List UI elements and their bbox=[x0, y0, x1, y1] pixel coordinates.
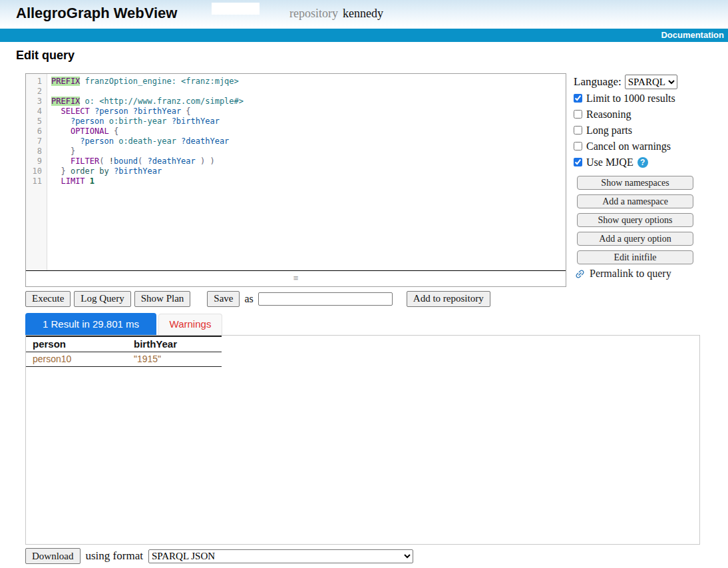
permalink-label: Permalink to query bbox=[590, 268, 671, 280]
token-pl bbox=[51, 127, 71, 136]
nav-item-utilities[interactable]: Utilities bbox=[107, 57, 138, 67]
language-label: Language: bbox=[574, 75, 622, 89]
line-number: 8 bbox=[26, 146, 42, 156]
code-text: LIMIT 1 bbox=[51, 176, 94, 186]
code-line: 4 SELECT ?person ?birthYear { bbox=[26, 107, 566, 117]
table-cell: "1915" bbox=[127, 352, 222, 367]
option-row-use-mjqe: Use MJQE? bbox=[574, 156, 693, 168]
edit-initfile-button[interactable]: Edit initfile bbox=[577, 250, 693, 264]
add-a-namespace-button[interactable]: Add a namespace bbox=[577, 194, 693, 208]
permalink-to-query-link[interactable]: Permalink to query bbox=[574, 268, 671, 280]
show-namespaces-button[interactable]: Show namespaces bbox=[577, 176, 693, 190]
table-cell: person10 bbox=[26, 352, 127, 367]
header: AllegroGraph WebView repositorykennedy bbox=[0, 0, 728, 29]
permalink-icon bbox=[574, 268, 586, 280]
token-br: { bbox=[181, 107, 190, 116]
results-header-row: personbirthYear bbox=[26, 336, 222, 352]
code-line: 1PREFIX franzOption_engine: <franz:mjqe> bbox=[26, 77, 566, 87]
option-label-limit-to-1000-results: Limit to 1000 results bbox=[586, 93, 675, 105]
token-kw: OPTIONAL bbox=[71, 127, 109, 136]
code-text: OPTIONAL { bbox=[51, 127, 118, 136]
token-var: ?person bbox=[94, 107, 128, 116]
token-fn: bound bbox=[114, 156, 138, 166]
token-pn: o: bbox=[80, 97, 99, 106]
save-button[interactable]: Save bbox=[207, 291, 240, 307]
options-checkboxes: Limit to 1000 resultsReasoningLong parts… bbox=[574, 93, 693, 172]
token-pl bbox=[128, 107, 133, 116]
token-var: ?deathYear bbox=[181, 137, 229, 146]
line-number: 5 bbox=[26, 117, 42, 127]
code-line: 7 ?person o:death-year ?deathYear bbox=[26, 137, 566, 146]
code-line: 2 bbox=[26, 87, 566, 97]
token-var: ?person bbox=[71, 117, 104, 126]
option-row-limit-to-1000-results: Limit to 1000 results bbox=[574, 93, 693, 104]
add-to-repository-button[interactable]: Add to repository bbox=[407, 291, 490, 307]
token-num: 1 bbox=[90, 176, 94, 186]
nav-item-documentation[interactable]: Documentation bbox=[661, 29, 724, 42]
checkbox-limit-to-1000-results[interactable] bbox=[574, 94, 582, 103]
results-tabs: 1 Result in 29.801 msWarnings bbox=[25, 313, 222, 335]
token-pl bbox=[109, 166, 114, 176]
checkbox-reasoning[interactable] bbox=[574, 110, 582, 119]
download-button[interactable]: Download bbox=[25, 548, 81, 564]
token-kwhl: PREFIX bbox=[51, 97, 80, 106]
save-name-input[interactable] bbox=[258, 292, 393, 306]
token-var: ?person bbox=[80, 137, 114, 146]
nav-item-user-test[interactable]: User test bbox=[180, 57, 217, 67]
token-iri: <http://www.franz.com/simple#> bbox=[99, 97, 244, 106]
show-query-options-button[interactable]: Show query options bbox=[577, 213, 693, 227]
code-editor-area[interactable]: 1PREFIX franzOption_engine: <franz:mjqe>… bbox=[26, 74, 566, 271]
token-kw: SELECT bbox=[61, 107, 89, 116]
code-text: ?person o:death-year ?deathYear bbox=[51, 137, 229, 146]
checkbox-use-mjqe[interactable] bbox=[574, 158, 582, 166]
language-select[interactable]: SPARQL bbox=[625, 75, 677, 89]
add-a-query-option-button[interactable]: Add a query option bbox=[577, 232, 693, 246]
option-label-use-mjqe: Use MJQE bbox=[586, 156, 634, 168]
help-icon[interactable]: ? bbox=[637, 157, 648, 168]
header-white-box bbox=[212, 3, 260, 15]
token-kw2: order by bbox=[71, 166, 109, 176]
show-plan-button[interactable]: Show Plan bbox=[134, 291, 191, 307]
option-label-cancel-on-warnings: Cancel on warnings bbox=[586, 141, 671, 152]
code-line: 11 LIMIT 1 bbox=[26, 176, 566, 186]
token-kwhl: PREFIX bbox=[51, 77, 80, 86]
code-text: } order by ?birthYear bbox=[51, 166, 162, 176]
token-br: } bbox=[71, 146, 75, 156]
token-op: ! bbox=[109, 156, 114, 166]
action-row: Execute Log Query Show Plan Save as Add … bbox=[25, 290, 490, 307]
code-text: SELECT ?person ?birthYear { bbox=[51, 107, 191, 116]
line-number: 10 bbox=[26, 166, 42, 176]
token-br: { bbox=[109, 127, 118, 136]
repository-name: kennedy bbox=[343, 7, 383, 20]
checkbox-long-parts[interactable] bbox=[574, 126, 582, 135]
line-number: 11 bbox=[26, 176, 42, 186]
code-line: 3PREFIX o: <http://www.franz.com/simple#… bbox=[26, 97, 566, 107]
token-var: ?birthYear bbox=[114, 166, 162, 176]
token-pl bbox=[51, 166, 61, 176]
token-br: } bbox=[61, 166, 70, 176]
tab-results[interactable]: 1 Result in 29.801 ms bbox=[25, 313, 156, 335]
execute-button[interactable]: Execute bbox=[25, 291, 71, 307]
results-table: personbirthYear person10"1915" bbox=[26, 336, 222, 367]
checkbox-cancel-on-warnings[interactable] bbox=[574, 142, 582, 150]
nav-item-admin[interactable]: Admin bbox=[146, 57, 172, 67]
option-row-cancel-on-warnings: Cancel on warnings bbox=[574, 141, 693, 152]
using-format-label: using format bbox=[86, 549, 143, 563]
token-pn: o:death-year bbox=[114, 137, 181, 146]
editor-resize-handle[interactable]: ≡ bbox=[26, 272, 566, 286]
token-br: ( bbox=[138, 156, 147, 166]
token-pn: o:birth-year bbox=[104, 117, 171, 126]
format-select[interactable]: SPARQL JSON bbox=[148, 549, 413, 563]
results-panel: personbirthYear person10"1915" bbox=[25, 335, 700, 545]
code-text: PREFIX franzOption_engine: <franz:mjqe> bbox=[51, 77, 239, 86]
download-row: Download using format SPARQL JSON bbox=[25, 548, 413, 564]
token-pl bbox=[51, 156, 71, 166]
token-var: ?birthYear bbox=[172, 117, 220, 126]
token-br: ( bbox=[99, 156, 108, 166]
log-query-button[interactable]: Log Query bbox=[74, 291, 130, 307]
repository-indicator: repositorykennedy bbox=[289, 7, 383, 21]
token-kw: LIMIT bbox=[61, 176, 85, 186]
code-line: 8 } bbox=[26, 146, 566, 156]
tab-warnings[interactable]: Warnings bbox=[158, 314, 222, 335]
line-number: 9 bbox=[26, 156, 42, 166]
